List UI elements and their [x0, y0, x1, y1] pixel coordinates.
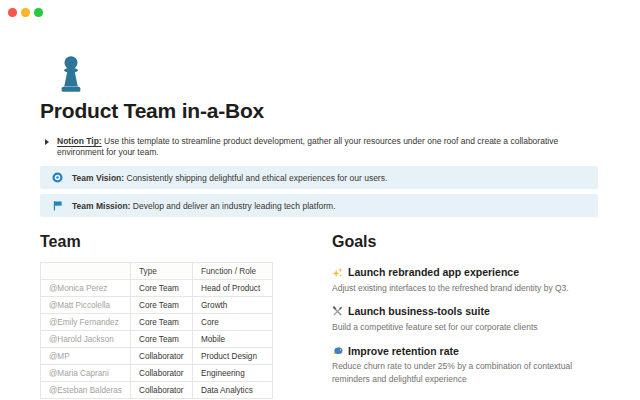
person-mention[interactable]: @Matt Piccolella — [41, 297, 131, 314]
person-mention[interactable]: @Maria Caprani — [41, 365, 131, 382]
type-cell: Collaborator — [131, 382, 193, 399]
role-cell: Product Design — [193, 348, 273, 365]
person-mention[interactable]: @Harold Jackson — [41, 331, 131, 348]
team-vision-text: Team Vision: Consistently shipping delig… — [72, 173, 387, 183]
role-cell: Data Analytics — [193, 382, 273, 399]
team-mission-body: Develop and deliver an industry leading … — [133, 201, 336, 211]
goal-item: Improve retention rate Reduce churn rate… — [332, 345, 604, 386]
goal-description: Reduce churn rate to under 25% by a comb… — [332, 360, 604, 386]
hammer-and-wrench-icon — [332, 306, 343, 317]
table-row: @Matt Piccolella Core Team Growth — [41, 297, 273, 314]
team-heading: Team — [40, 233, 272, 251]
goal-description: Adjust existing interfaces to the refres… — [332, 282, 604, 295]
role-cell: Engineering — [193, 365, 273, 382]
team-vision-label: Team Vision: — [72, 173, 124, 183]
team-vision-callout: Team Vision: Consistently shipping delig… — [40, 166, 598, 189]
role-cell: Core — [193, 314, 273, 331]
goals-heading: Goals — [332, 233, 604, 251]
table-row: @Monica Perez Core Team Head of Product — [41, 280, 273, 297]
type-cell: Core Team — [131, 280, 193, 297]
zoom-button[interactable] — [34, 8, 43, 17]
role-cell: Head of Product — [193, 280, 273, 297]
team-table: Type Function / Role @Monica Perez Core … — [40, 262, 273, 399]
column-header-type: Type — [131, 263, 193, 280]
team-mission-label: Team Mission: — [72, 201, 130, 211]
goal-item: Launch business-tools suite Build a comp… — [332, 305, 604, 333]
role-cell: Mobile — [193, 331, 273, 348]
team-mission-text: Team Mission: Develop and deliver an ind… — [72, 201, 336, 211]
goal-description: Build a competitive feature set for our … — [332, 321, 604, 334]
type-cell: Collaborator — [131, 348, 193, 365]
sparkles-icon — [332, 267, 343, 278]
goal-title: Launch business-tools suite — [332, 305, 604, 317]
team-mission-callout: Team Mission: Develop and deliver an ind… — [40, 194, 598, 217]
table-row: @Maria Caprani Collaborator Engineering — [41, 365, 273, 382]
table-header-row: Type Function / Role — [41, 263, 273, 280]
table-row: @MP Collaborator Product Design — [41, 348, 273, 365]
person-mention[interactable]: @MP — [41, 348, 131, 365]
fish-icon — [332, 345, 343, 356]
person-mention[interactable]: @Monica Perez — [41, 280, 131, 297]
window-controls — [8, 8, 43, 17]
type-cell: Collaborator — [131, 365, 193, 382]
table-row: @Harold Jackson Core Team Mobile — [41, 331, 273, 348]
table-row: @Esteban Balderas Collaborator Data Anal… — [41, 382, 273, 399]
notion-page: Product Team in-a-Box Notion Tip: Use th… — [0, 0, 640, 400]
notion-tip-text: Notion Tip: Use this template to streaml… — [57, 136, 601, 158]
table-row: @Emily Fernandez Core Team Core — [41, 314, 273, 331]
team-section: Team Type Function / Role @Monica Perez … — [40, 233, 272, 399]
goals-section: Goals Launch rebranded app experience Ad… — [332, 233, 604, 386]
compass-icon — [52, 172, 63, 183]
goal-title-text: Launch rebranded app experience — [348, 266, 519, 278]
type-cell: Core Team — [131, 331, 193, 348]
person-mention[interactable]: @Emily Fernandez — [41, 314, 131, 331]
column-header-name — [41, 263, 131, 280]
goal-item: Launch rebranded app experience Adjust e… — [332, 266, 604, 294]
pawn-icon[interactable] — [54, 54, 88, 94]
person-mention[interactable]: @Esteban Balderas — [41, 382, 131, 399]
page-title: Product Team in-a-Box — [40, 99, 264, 123]
goal-title: Improve retention rate — [332, 345, 604, 357]
role-cell: Growth — [193, 297, 273, 314]
column-header-role: Function / Role — [193, 263, 273, 280]
goal-title-text: Improve retention rate — [348, 345, 459, 357]
team-vision-body: Consistently shipping delightful and eth… — [127, 173, 388, 183]
close-button[interactable] — [8, 8, 17, 17]
notion-tip-body: Use this template to streamline product … — [57, 136, 558, 157]
type-cell: Core Team — [131, 297, 193, 314]
goal-title-text: Launch business-tools suite — [348, 305, 490, 317]
goal-title: Launch rebranded app experience — [332, 266, 604, 278]
type-cell: Core Team — [131, 314, 193, 331]
toggle-triangle-icon[interactable] — [45, 139, 49, 145]
notion-tip-toggle-block: Notion Tip: Use this template to streaml… — [45, 136, 601, 158]
notion-tip-label: Notion Tip: — [57, 136, 102, 146]
minimize-button[interactable] — [21, 8, 30, 17]
flag-icon — [52, 200, 63, 211]
